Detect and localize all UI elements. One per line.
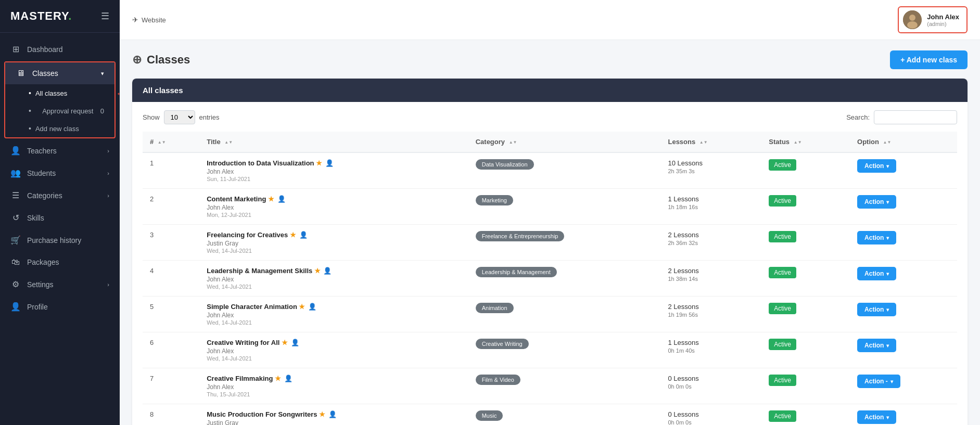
class-type-icon: 👤 bbox=[325, 159, 334, 167]
sidebar-item-students[interactable]: 👥 Students › bbox=[0, 162, 120, 184]
settings-icon: ⚙ bbox=[10, 279, 21, 289]
sidebar-item-label: Profile bbox=[27, 303, 48, 311]
cell-category: Marketing bbox=[468, 189, 661, 225]
sidebar-item-skills[interactable]: ↺ Skills bbox=[0, 207, 120, 229]
cell-option: Action ▾ bbox=[850, 261, 957, 297]
cell-option: Action - ▾ bbox=[850, 368, 957, 404]
cell-option: Action ▾ bbox=[850, 225, 957, 261]
action-button[interactable]: Action - ▾ bbox=[857, 375, 900, 388]
table-row: 2 Content Marketing ★ 👤 John Alex Mon, 1… bbox=[143, 189, 957, 225]
cell-num: 3 bbox=[143, 225, 199, 261]
dropdown-arrow-icon: ▾ bbox=[890, 379, 893, 384]
th-status: Status ▲▼ bbox=[761, 132, 850, 152]
dropdown-arrow-icon: ▾ bbox=[886, 271, 889, 277]
sort-option-icon[interactable]: ▲▼ bbox=[883, 140, 892, 145]
user-name: John Alex bbox=[927, 13, 959, 21]
sort-title-icon[interactable]: ▲▼ bbox=[224, 140, 233, 145]
hamburger-icon[interactable]: ☰ bbox=[101, 10, 109, 22]
cell-category: Freelance & Entrepreneurship bbox=[468, 225, 661, 261]
th-title: Title ▲▼ bbox=[199, 132, 468, 152]
cell-option: Action ▾ bbox=[850, 189, 957, 225]
page-title-text: Classes bbox=[147, 53, 190, 67]
dropdown-arrow-icon: ▾ bbox=[886, 199, 889, 205]
table-row: 4 Leadership & Management Skills ★ 👤 Joh… bbox=[143, 261, 957, 297]
cell-category: Leadership & Management bbox=[468, 261, 661, 297]
table-row: 1 Introduction to Data Visualization ★ 👤… bbox=[143, 152, 957, 189]
skills-icon: ↺ bbox=[10, 213, 21, 223]
sort-category-icon[interactable]: ▲▼ bbox=[509, 140, 517, 145]
action-button[interactable]: Action ▾ bbox=[857, 159, 896, 173]
table-row: 6 Creative Writing for All ★ 👤 John Alex… bbox=[143, 332, 957, 368]
sort-lessons-icon[interactable]: ▲▼ bbox=[699, 140, 708, 145]
cell-category: Animation bbox=[468, 297, 661, 332]
cell-option: Action ▾ bbox=[850, 404, 957, 426]
sidebar: MASTERY. ☰ ⊞ Dashboard 🖥 Classes ▾ All c… bbox=[0, 0, 120, 425]
dropdown-arrow-icon: ▾ bbox=[886, 343, 889, 349]
profile-icon: 👤 bbox=[10, 302, 21, 312]
cell-title: Leadership & Management Skills ★ 👤 John … bbox=[199, 261, 468, 297]
sidebar-item-settings[interactable]: ⚙ Settings › bbox=[0, 273, 120, 295]
action-button[interactable]: Action ▾ bbox=[857, 267, 896, 280]
students-icon: 👥 bbox=[10, 168, 21, 178]
user-profile-box[interactable]: John Alex (admin) bbox=[898, 6, 968, 33]
sidebar-item-packages[interactable]: 🛍 Packages bbox=[0, 251, 120, 273]
cell-status: Active bbox=[761, 332, 850, 368]
action-button[interactable]: Action ▾ bbox=[857, 339, 896, 352]
search-input[interactable] bbox=[874, 110, 957, 124]
action-button[interactable]: Action ▾ bbox=[857, 231, 896, 244]
class-type-icon: 👤 bbox=[284, 375, 292, 382]
students-arrow-icon: › bbox=[107, 170, 109, 176]
cell-num: 1 bbox=[143, 152, 199, 189]
cell-lessons: 1 Lessons 0h 1m 40s bbox=[660, 332, 761, 368]
show-entries: Show 10 25 50 100 entries bbox=[143, 110, 220, 124]
sidebar-item-classes[interactable]: 🖥 Classes ▾ bbox=[5, 62, 114, 84]
classes-tbody: 1 Introduction to Data Visualization ★ 👤… bbox=[143, 152, 957, 425]
logo-area: MASTERY. ☰ bbox=[0, 0, 120, 33]
sidebar-item-dashboard[interactable]: ⊞ Dashboard bbox=[0, 38, 120, 60]
sidebar-item-label: Purchase history bbox=[27, 236, 81, 244]
sidebar-item-label: Categories bbox=[27, 191, 62, 200]
page-title: ⊕ Classes bbox=[132, 53, 190, 67]
cell-status: Active bbox=[761, 368, 850, 404]
add-new-class-button[interactable]: + Add new class bbox=[890, 50, 968, 69]
action-button[interactable]: Action ▾ bbox=[857, 410, 896, 424]
star-icon: ★ bbox=[316, 159, 322, 167]
user-info: John Alex (admin) bbox=[927, 13, 959, 27]
sidebar-item-purchase-history[interactable]: 🛒 Purchase history bbox=[0, 229, 120, 251]
table-row: 3 Freelancing for Creatives ★ 👤 Justin G… bbox=[143, 225, 957, 261]
cell-num: 2 bbox=[143, 189, 199, 225]
cell-lessons: 2 Lessons 1h 38m 14s bbox=[660, 261, 761, 297]
table-row: 8 Music Production For Songwriters ★ 👤 J… bbox=[143, 404, 957, 426]
sort-status-icon[interactable]: ▲▼ bbox=[794, 140, 802, 145]
class-type-icon: 👤 bbox=[277, 195, 286, 203]
sort-num-icon[interactable]: ▲▼ bbox=[158, 140, 166, 145]
sidebar-item-label: Dashboard bbox=[27, 45, 63, 54]
cell-lessons: 2 Lessons 1h 19m 56s bbox=[660, 297, 761, 332]
cell-title: Simple Character Animation ★ 👤 John Alex… bbox=[199, 297, 468, 332]
action-button[interactable]: Action ▾ bbox=[857, 303, 896, 316]
star-icon: ★ bbox=[290, 231, 296, 239]
cell-category: Creative Writing bbox=[468, 332, 661, 368]
cell-title: Freelancing for Creatives ★ 👤 Justin Gra… bbox=[199, 225, 468, 261]
sidebar-item-teachers[interactable]: 👤 Teachers › bbox=[0, 139, 120, 162]
dropdown-arrow-icon: ▾ bbox=[886, 415, 889, 420]
cell-category: Film & Video bbox=[468, 368, 661, 404]
sidebar-item-all-classes[interactable]: All classes ← bbox=[5, 84, 114, 102]
sidebar-item-profile[interactable]: 👤 Profile bbox=[0, 295, 120, 318]
dropdown-arrow-icon: ▾ bbox=[886, 163, 889, 169]
red-arrow-icon: ← bbox=[116, 87, 120, 99]
website-link[interactable]: Website bbox=[142, 16, 166, 24]
action-button[interactable]: Action ▾ bbox=[857, 195, 896, 209]
class-type-icon: 👤 bbox=[308, 303, 316, 311]
cell-title: Introduction to Data Visualization ★ 👤 J… bbox=[199, 152, 468, 189]
cell-num: 7 bbox=[143, 368, 199, 404]
class-type-icon: 👤 bbox=[299, 231, 308, 239]
sidebar-item-approval-request[interactable]: Approval request 0 bbox=[5, 102, 114, 120]
approval-badge: 0 bbox=[100, 107, 104, 115]
sidebar-item-categories[interactable]: ☰ Categories › bbox=[0, 184, 120, 207]
sidebar-item-add-new-class[interactable]: Add new class bbox=[5, 120, 114, 137]
page-header: ⊕ Classes + Add new class bbox=[132, 50, 968, 69]
cell-status: Active bbox=[761, 404, 850, 426]
show-label: Show bbox=[143, 113, 160, 121]
entries-select[interactable]: 10 25 50 100 bbox=[164, 110, 195, 124]
